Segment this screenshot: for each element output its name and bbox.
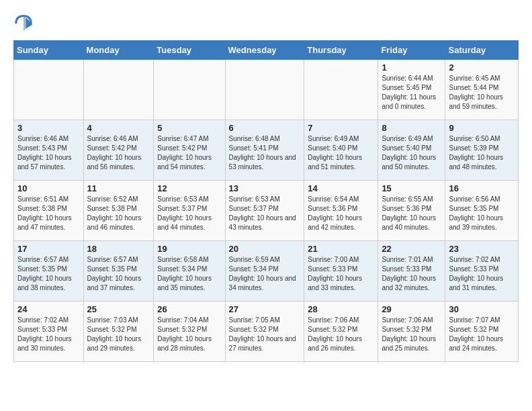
sunrise-text: Sunrise: 6:48 AM xyxy=(229,135,280,142)
day-number: 16 xyxy=(449,183,515,193)
calendar-cell xyxy=(154,60,225,120)
calendar-cell: 27 Sunrise: 7:05 AM Sunset: 5:32 PM Dayl… xyxy=(225,302,304,362)
sunrise-text: Sunrise: 7:02 AM xyxy=(17,316,69,324)
sunset-text: Sunset: 5:40 PM xyxy=(308,144,357,152)
daylight-text: Daylight: 10 hours and 25 minutes. xyxy=(382,335,436,352)
sunset-text: Sunset: 5:42 PM xyxy=(87,144,137,152)
day-number: 5 xyxy=(157,123,221,133)
day-number: 1 xyxy=(382,62,441,73)
calendar-week-row: 10 Sunrise: 6:51 AM Sunset: 5:38 PM Dayl… xyxy=(14,181,519,241)
day-info: Sunrise: 6:49 AM Sunset: 5:40 PM Dayligh… xyxy=(382,134,441,172)
day-number: 30 xyxy=(449,304,515,314)
sunrise-text: Sunrise: 6:51 AM xyxy=(17,195,69,203)
daylight-text: Daylight: 10 hours and 51 minutes. xyxy=(308,154,362,171)
sunset-text: Sunset: 5:35 PM xyxy=(17,265,67,273)
sunrise-text: Sunrise: 7:06 AM xyxy=(308,316,359,324)
sunset-text: Sunset: 5:38 PM xyxy=(17,205,67,212)
sunrise-text: Sunrise: 6:50 AM xyxy=(449,135,500,142)
header-sunday: Sunday xyxy=(14,41,84,60)
day-info: Sunrise: 6:52 AM Sunset: 5:38 PM Dayligh… xyxy=(87,195,150,232)
calendar-week-row: 24 Sunrise: 7:02 AM Sunset: 5:33 PM Dayl… xyxy=(14,302,519,362)
calendar-cell: 10 Sunrise: 6:51 AM Sunset: 5:38 PM Dayl… xyxy=(14,181,84,241)
sunset-text: Sunset: 5:45 PM xyxy=(382,84,431,91)
sunset-text: Sunset: 5:44 PM xyxy=(449,84,498,91)
calendar-cell: 14 Sunrise: 6:54 AM Sunset: 5:36 PM Dayl… xyxy=(304,181,378,241)
daylight-text: Daylight: 10 hours and 43 minutes. xyxy=(229,214,296,231)
day-number: 3 xyxy=(17,123,80,133)
sunrise-text: Sunrise: 7:02 AM xyxy=(449,256,500,263)
calendar-cell: 28 Sunrise: 7:06 AM Sunset: 5:32 PM Dayl… xyxy=(304,302,378,362)
daylight-text: Daylight: 10 hours and 44 minutes. xyxy=(157,214,212,231)
sunrise-text: Sunrise: 6:56 AM xyxy=(449,195,500,203)
daylight-text: Daylight: 10 hours and 27 minutes. xyxy=(229,335,296,352)
daylight-text: Daylight: 10 hours and 30 minutes. xyxy=(17,335,72,352)
calendar-cell: 5 Sunrise: 6:47 AM Sunset: 5:42 PM Dayli… xyxy=(154,120,225,181)
day-info: Sunrise: 6:48 AM Sunset: 5:41 PM Dayligh… xyxy=(229,134,301,172)
day-number: 13 xyxy=(229,183,301,193)
sunrise-text: Sunrise: 6:55 AM xyxy=(382,195,433,203)
sunrise-text: Sunrise: 6:57 AM xyxy=(17,256,69,263)
daylight-text: Daylight: 10 hours and 46 minutes. xyxy=(87,214,142,231)
day-number: 4 xyxy=(87,123,150,133)
sunrise-text: Sunrise: 7:01 AM xyxy=(382,256,433,263)
sunset-text: Sunset: 5:33 PM xyxy=(17,326,67,333)
daylight-text: Daylight: 10 hours and 40 minutes. xyxy=(382,214,436,231)
logo xyxy=(13,13,36,34)
day-info: Sunrise: 6:58 AM Sunset: 5:34 PM Dayligh… xyxy=(157,255,221,293)
sunset-text: Sunset: 5:33 PM xyxy=(449,265,498,273)
header-friday: Friday xyxy=(378,41,445,60)
sunset-text: Sunset: 5:40 PM xyxy=(382,144,431,152)
calendar-cell: 3 Sunrise: 6:46 AM Sunset: 5:43 PM Dayli… xyxy=(14,120,84,181)
daylight-text: Daylight: 10 hours and 47 minutes. xyxy=(17,214,72,231)
daylight-text: Daylight: 10 hours and 31 minutes. xyxy=(449,275,503,291)
calendar-table: Sunday Monday Tuesday Wednesday Thursday… xyxy=(13,40,519,362)
day-info: Sunrise: 6:57 AM Sunset: 5:35 PM Dayligh… xyxy=(87,255,150,293)
calendar-cell: 25 Sunrise: 7:03 AM Sunset: 5:32 PM Dayl… xyxy=(83,302,154,362)
day-info: Sunrise: 6:47 AM Sunset: 5:42 PM Dayligh… xyxy=(157,134,221,172)
day-info: Sunrise: 6:59 AM Sunset: 5:34 PM Dayligh… xyxy=(229,255,301,293)
day-info: Sunrise: 6:49 AM Sunset: 5:40 PM Dayligh… xyxy=(308,134,374,172)
day-number: 11 xyxy=(87,183,150,193)
day-number: 28 xyxy=(308,304,374,314)
header-tuesday: Tuesday xyxy=(154,41,225,60)
sunset-text: Sunset: 5:32 PM xyxy=(308,326,357,333)
day-number: 9 xyxy=(449,123,515,133)
day-info: Sunrise: 6:54 AM Sunset: 5:36 PM Dayligh… xyxy=(308,195,374,232)
sunrise-text: Sunrise: 7:03 AM xyxy=(87,316,138,324)
calendar-cell: 11 Sunrise: 6:52 AM Sunset: 5:38 PM Dayl… xyxy=(83,181,154,241)
sunset-text: Sunset: 5:32 PM xyxy=(87,326,137,333)
header xyxy=(13,13,519,34)
day-info: Sunrise: 6:44 AM Sunset: 5:45 PM Dayligh… xyxy=(382,74,441,111)
sunrise-text: Sunrise: 7:04 AM xyxy=(157,316,208,324)
calendar-cell: 20 Sunrise: 6:59 AM Sunset: 5:34 PM Dayl… xyxy=(225,241,304,302)
daylight-text: Daylight: 10 hours and 38 minutes. xyxy=(17,275,72,291)
day-info: Sunrise: 6:46 AM Sunset: 5:42 PM Dayligh… xyxy=(87,134,150,172)
day-number: 8 xyxy=(382,123,441,133)
daylight-text: Daylight: 10 hours and 56 minutes. xyxy=(87,154,142,171)
day-info: Sunrise: 7:02 AM Sunset: 5:33 PM Dayligh… xyxy=(449,255,515,293)
day-info: Sunrise: 6:51 AM Sunset: 5:38 PM Dayligh… xyxy=(17,195,80,232)
sunset-text: Sunset: 5:34 PM xyxy=(229,265,279,273)
calendar-cell: 6 Sunrise: 6:48 AM Sunset: 5:41 PM Dayli… xyxy=(225,120,304,181)
day-number: 23 xyxy=(449,244,515,254)
calendar-cell: 22 Sunrise: 7:01 AM Sunset: 5:33 PM Dayl… xyxy=(378,241,445,302)
day-number: 27 xyxy=(229,304,301,314)
daylight-text: Daylight: 10 hours and 35 minutes. xyxy=(157,275,212,291)
sunset-text: Sunset: 5:32 PM xyxy=(449,326,498,333)
day-info: Sunrise: 7:07 AM Sunset: 5:32 PM Dayligh… xyxy=(449,316,515,353)
day-info: Sunrise: 7:01 AM Sunset: 5:33 PM Dayligh… xyxy=(382,255,441,293)
calendar-cell: 19 Sunrise: 6:58 AM Sunset: 5:34 PM Dayl… xyxy=(154,241,225,302)
daylight-text: Daylight: 10 hours and 53 minutes. xyxy=(229,154,296,171)
sunrise-text: Sunrise: 7:06 AM xyxy=(382,316,433,324)
day-info: Sunrise: 7:05 AM Sunset: 5:32 PM Dayligh… xyxy=(229,316,301,353)
daylight-text: Daylight: 10 hours and 42 minutes. xyxy=(308,214,362,231)
sunrise-text: Sunrise: 6:53 AM xyxy=(157,195,208,203)
calendar-cell: 18 Sunrise: 6:57 AM Sunset: 5:35 PM Dayl… xyxy=(83,241,154,302)
sunrise-text: Sunrise: 7:00 AM xyxy=(308,256,359,263)
sunrise-text: Sunrise: 6:58 AM xyxy=(157,256,208,263)
sunset-text: Sunset: 5:37 PM xyxy=(229,205,279,212)
day-number: 26 xyxy=(157,304,221,314)
day-number: 22 xyxy=(382,244,441,254)
sunrise-text: Sunrise: 6:52 AM xyxy=(87,195,138,203)
sunrise-text: Sunrise: 7:05 AM xyxy=(229,316,280,324)
